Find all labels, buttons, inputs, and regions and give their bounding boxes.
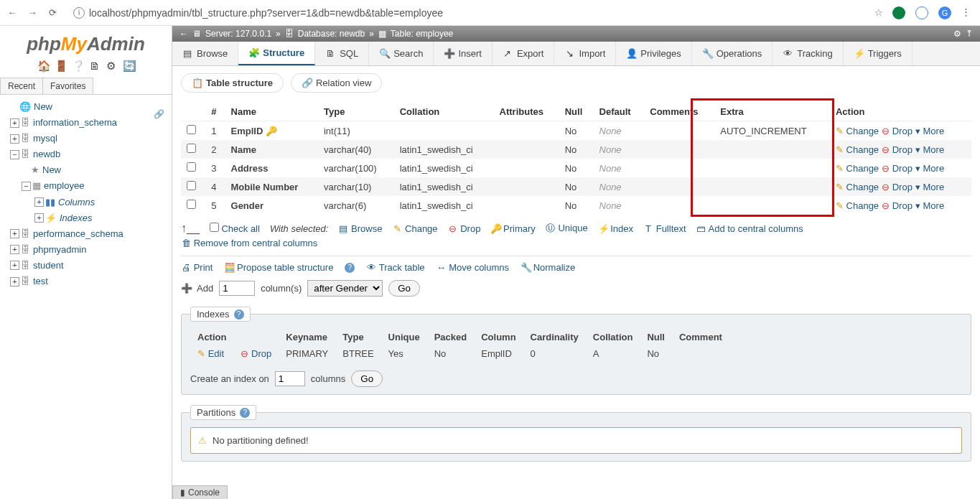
phpmyadmin-logo[interactable]: phpMyAdmin: [0, 26, 172, 57]
add-position-select[interactable]: after Gender: [307, 280, 383, 297]
tree-db[interactable]: performance_schema: [33, 226, 123, 242]
star-icon[interactable]: ☆: [872, 6, 885, 19]
link-icon[interactable]: 🔗: [154, 109, 164, 119]
row-drop[interactable]: ⊖ Drop: [882, 126, 913, 136]
reload-button[interactable]: ⟳: [46, 6, 59, 19]
row-change[interactable]: ✎ Change: [836, 182, 879, 192]
docs-icon[interactable]: ❔: [72, 60, 83, 71]
logout-icon[interactable]: 🚪: [55, 60, 66, 71]
collapse-icon[interactable]: −: [10, 150, 19, 159]
tab-tracking[interactable]: 👁Tracking: [773, 42, 843, 65]
create-index-go[interactable]: Go: [351, 370, 383, 387]
forward-button[interactable]: →: [26, 6, 39, 19]
row-drop[interactable]: ⊖ Drop: [882, 144, 913, 155]
crumb-db[interactable]: Database: newdb: [298, 29, 365, 39]
row-more[interactable]: ▾ More: [915, 200, 944, 211]
settings-icon[interactable]: ⚙: [106, 60, 117, 71]
row-checkbox[interactable]: [187, 181, 196, 190]
expand-icon[interactable]: +: [10, 134, 19, 144]
tool-normalize[interactable]: 🔧 Normalize: [521, 262, 575, 273]
address-bar[interactable]: i localhost/phpmyadmin/tbl_structure.php…: [66, 4, 865, 22]
site-info-icon[interactable]: i: [73, 7, 85, 19]
tab-recent[interactable]: Recent: [0, 78, 43, 94]
tool-propose[interactable]: 🧮 Propose table structure: [224, 262, 333, 273]
add-column-count[interactable]: [219, 281, 255, 296]
tree-db[interactable]: phpmyadmin: [33, 242, 86, 258]
tree-db[interactable]: mysql: [33, 131, 57, 146]
tree-db[interactable]: test: [33, 274, 48, 289]
tool-print[interactable]: 🖨 Print: [181, 262, 213, 273]
expand-icon[interactable]: +: [10, 245, 19, 254]
add-go-button[interactable]: Go: [388, 280, 420, 297]
tool-move[interactable]: ↔ Move columns: [437, 262, 509, 273]
row-change[interactable]: ✎ Change: [836, 126, 879, 136]
sel-remove-central[interactable]: 🗑 Remove from central columns: [181, 238, 317, 248]
sel-drop[interactable]: ⊖ Drop: [448, 223, 481, 234]
row-drop[interactable]: ⊖ Drop: [882, 163, 913, 174]
expand-icon[interactable]: +: [10, 261, 19, 270]
ext-icon-1[interactable]: [892, 6, 905, 19]
tab-privileges[interactable]: 👤Privileges: [616, 42, 691, 65]
index-drop[interactable]: ⊖ Drop: [241, 348, 271, 359]
tab-browse[interactable]: ▤Browse: [172, 42, 238, 65]
tree-db[interactable]: student: [33, 258, 64, 274]
row-change[interactable]: ✎ Change: [836, 163, 879, 174]
expand-icon[interactable]: +: [34, 197, 44, 207]
sel-change[interactable]: ✎ Change: [392, 223, 437, 234]
expand-icon[interactable]: +: [10, 277, 19, 286]
tab-sql[interactable]: 🗎SQL: [315, 42, 369, 65]
page-settings-icon[interactable]: ⚙: [953, 29, 961, 39]
row-more[interactable]: ▾ More: [915, 163, 944, 174]
sel-fulltext[interactable]: T Fulltext: [643, 223, 686, 234]
tab-operations[interactable]: 🔧Operations: [692, 42, 773, 65]
kebab-menu-icon[interactable]: ⋮: [961, 6, 974, 19]
tool-track[interactable]: 👁 Track table: [366, 262, 424, 273]
sel-add-central[interactable]: 🗃 Add to central columns: [696, 223, 803, 234]
crumb-server[interactable]: Server: 127.0.0.1: [205, 29, 271, 39]
subtab-table-structure[interactable]: 📋Table structure: [181, 73, 284, 93]
profile-avatar[interactable]: G: [938, 6, 951, 19]
check-all-checkbox[interactable]: [210, 223, 219, 232]
reload-nav-icon[interactable]: 🔄: [123, 60, 134, 71]
home-icon[interactable]: 🏠: [37, 60, 49, 71]
sel-index[interactable]: ⚡ Index: [598, 223, 633, 234]
tab-favorites[interactable]: Favorites: [42, 78, 93, 94]
row-change[interactable]: ✎ Change: [836, 144, 879, 155]
sel-browse[interactable]: ▤ Browse: [338, 223, 382, 234]
row-change[interactable]: ✎ Change: [836, 200, 879, 211]
sql-icon[interactable]: 🗎: [88, 60, 100, 71]
tab-import[interactable]: ↘Import: [554, 42, 616, 65]
create-index-count[interactable]: [275, 371, 305, 386]
tree-table-employee[interactable]: employee: [44, 178, 84, 194]
index-edit[interactable]: ✎ Edit: [197, 348, 224, 359]
row-more[interactable]: ▾ More: [915, 126, 944, 136]
help-icon[interactable]: ?: [234, 309, 244, 320]
row-checkbox[interactable]: [187, 144, 196, 153]
tree-db-newdb[interactable]: newdb: [33, 146, 60, 162]
tab-search[interactable]: 🔍Search: [369, 42, 434, 65]
tree-db[interactable]: information_schema: [33, 115, 117, 131]
tree-new-table[interactable]: New: [42, 162, 61, 178]
check-all[interactable]: Check all: [210, 223, 260, 234]
console-toggle[interactable]: ▮Console: [172, 485, 228, 499]
sel-unique[interactable]: Ⓤ Unique: [546, 222, 588, 235]
help-icon[interactable]: ?: [345, 263, 355, 273]
row-checkbox[interactable]: [187, 200, 196, 209]
expand-icon[interactable]: +: [34, 213, 44, 223]
row-drop[interactable]: ⊖ Drop: [882, 200, 913, 211]
tree-columns[interactable]: Columns: [58, 195, 95, 210]
row-more[interactable]: ▾ More: [915, 144, 944, 155]
back-button[interactable]: ←: [6, 6, 19, 19]
expand-icon[interactable]: +: [10, 118, 19, 128]
expand-icon[interactable]: +: [10, 229, 19, 238]
row-more[interactable]: ▾ More: [915, 182, 944, 192]
tree-indexes[interactable]: Indexes: [60, 210, 93, 226]
tab-structure[interactable]: 🧩Structure: [238, 42, 315, 65]
row-drop[interactable]: ⊖ Drop: [882, 182, 913, 192]
collapse-icon[interactable]: −: [22, 182, 31, 191]
subtab-relation-view[interactable]: 🔗Relation view: [291, 73, 382, 93]
sel-primary[interactable]: 🔑 Primary: [490, 223, 535, 234]
tab-insert[interactable]: ➕Insert: [434, 42, 493, 65]
tree-new-db[interactable]: New: [34, 99, 52, 115]
collapse-top-icon[interactable]: ⤒: [966, 29, 973, 39]
